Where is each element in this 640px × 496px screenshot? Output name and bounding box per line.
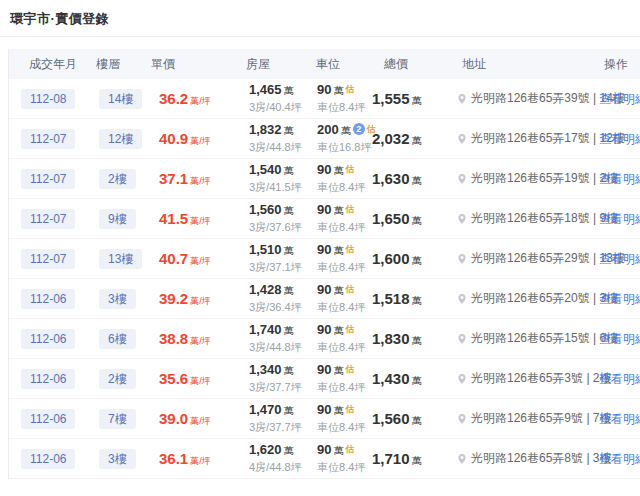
estimate-badge: 估 bbox=[345, 204, 354, 214]
floor-tag: 6樓 bbox=[99, 329, 136, 349]
address-cell: 光明路126巷65弄19號 | 2樓 bbox=[454, 170, 591, 187]
table-row: 112-06 7樓 39.0萬/坪 1,470萬 3房/37.7坪 90萬估 車… bbox=[9, 399, 640, 439]
floor-tag: 2樓 bbox=[99, 169, 136, 189]
house-cell: 1,465萬 3房/40.4坪 bbox=[246, 82, 316, 115]
floor-cell: 12樓 bbox=[89, 129, 151, 149]
map-pin-icon bbox=[456, 133, 468, 145]
date-tag: 112-07 bbox=[21, 209, 75, 229]
floor-cell: 9樓 bbox=[89, 209, 151, 229]
house-price-unit: 萬 bbox=[284, 445, 294, 456]
parking-desc: 車位8.4坪 bbox=[317, 460, 372, 475]
action-cell: 查看明細> bbox=[591, 449, 640, 468]
action-cell: 查看明細> bbox=[591, 409, 640, 428]
action-cell: 查看明細> bbox=[591, 129, 640, 148]
unit-price-cell: 37.1萬/坪 bbox=[151, 170, 246, 188]
table-row: 112-06 2樓 35.6萬/坪 1,340萬 3房/37.7坪 90萬估 車… bbox=[9, 359, 640, 399]
col-header-date: 成交年月 bbox=[9, 56, 89, 73]
floor-tag: 12樓 bbox=[99, 129, 142, 149]
table-row: 112-07 2樓 37.1萬/坪 1,540萬 3房/41.5坪 90萬估 車… bbox=[9, 159, 640, 199]
total-price-unit: 萬 bbox=[412, 95, 422, 106]
house-price-value: 1,428 bbox=[249, 282, 282, 297]
address-cell: 光明路126巷65弄29號 | 13樓 bbox=[454, 250, 591, 267]
action-cell: 查看明細> bbox=[591, 369, 640, 388]
date-cell: 112-06 bbox=[9, 329, 89, 349]
unit-price-cell: 39.0萬/坪 bbox=[151, 410, 246, 428]
parking-price-value: 90 bbox=[317, 442, 331, 457]
unit-price-cell: 41.5萬/坪 bbox=[151, 210, 246, 228]
map-pin-icon bbox=[456, 253, 468, 265]
view-detail-link[interactable]: 查看明細> bbox=[599, 132, 640, 146]
date-tag: 112-06 bbox=[21, 289, 75, 309]
estimate-badge: 估 bbox=[345, 324, 354, 334]
house-cell: 1,540萬 3房/41.5坪 bbox=[246, 162, 316, 195]
house-price-unit: 萬 bbox=[284, 245, 294, 256]
house-desc: 3房/37.7坪 bbox=[249, 380, 316, 395]
date-tag: 112-07 bbox=[21, 169, 75, 189]
unit-price-value: 36.2 bbox=[159, 90, 188, 107]
house-desc: 4房/44.8坪 bbox=[249, 460, 316, 475]
parking-price-value: 90 bbox=[317, 322, 331, 337]
col-header-address: 地址 bbox=[454, 56, 591, 73]
estimate-badge: 估 bbox=[345, 244, 354, 254]
parking-price-value: 90 bbox=[317, 202, 331, 217]
address-cell: 光明路126巷65弄20號 | 3樓 bbox=[454, 290, 591, 307]
house-price-unit: 萬 bbox=[284, 165, 294, 176]
unit-price-value: 39.2 bbox=[159, 290, 188, 307]
view-detail-link[interactable]: 查看明細> bbox=[599, 452, 640, 466]
view-detail-link[interactable]: 查看明細> bbox=[599, 412, 640, 426]
view-detail-link[interactable]: 查看明細> bbox=[599, 332, 640, 346]
house-price-value: 1,465 bbox=[249, 82, 282, 97]
total-price-value: 1,560 bbox=[372, 410, 410, 427]
parking-desc: 車位8.4坪 bbox=[317, 180, 372, 195]
parking-price-value: 90 bbox=[317, 82, 331, 97]
unit-price-value: 35.6 bbox=[159, 370, 188, 387]
date-cell: 112-06 bbox=[9, 409, 89, 429]
parking-price-value: 90 bbox=[317, 402, 331, 417]
address-cell: 光明路126巷65弄9號 | 7樓 bbox=[454, 410, 591, 427]
date-cell: 112-06 bbox=[9, 369, 89, 389]
view-detail-link[interactable]: 查看明細> bbox=[599, 292, 640, 306]
floor-cell: 3樓 bbox=[89, 449, 151, 469]
total-price-unit: 萬 bbox=[412, 175, 422, 186]
house-price-value: 1,540 bbox=[249, 162, 282, 177]
parking-cell: 90萬估 車位8.4坪 bbox=[316, 82, 372, 115]
estimate-badge: 估 bbox=[345, 404, 354, 414]
parking-price-value: 90 bbox=[317, 242, 331, 257]
table-row: 112-07 12樓 40.9萬/坪 1,832萬 3房/44.8坪 200萬2… bbox=[9, 119, 640, 159]
total-price-value: 1,650 bbox=[372, 210, 410, 227]
price-registry-panel: 成交年月 樓層 單價 房屋 車位 總價 地址 操作 112-08 14樓 36.… bbox=[8, 49, 640, 479]
floor-cell: 2樓 bbox=[89, 369, 151, 389]
unit-price-value: 40.7 bbox=[159, 250, 188, 267]
action-cell: 查看明細> bbox=[591, 89, 640, 108]
map-pin-icon bbox=[456, 293, 468, 305]
floor-tag: 14樓 bbox=[99, 89, 142, 109]
parking-cell: 90萬估 車位8.4坪 bbox=[316, 242, 372, 275]
unit-price-suffix: 萬/坪 bbox=[190, 416, 211, 426]
unit-price-value: 36.1 bbox=[159, 450, 188, 467]
col-header-parking: 車位 bbox=[316, 56, 372, 73]
view-detail-link[interactable]: 查看明細> bbox=[599, 92, 640, 106]
view-detail-link[interactable]: 查看明細> bbox=[599, 252, 640, 266]
view-detail-link[interactable]: 查看明細> bbox=[599, 212, 640, 226]
house-desc: 3房/37.7坪 bbox=[249, 420, 316, 435]
date-tag: 112-07 bbox=[21, 129, 75, 149]
house-price-value: 1,832 bbox=[249, 122, 282, 137]
total-cell: 1,518萬 bbox=[372, 290, 454, 308]
unit-price-value: 39.0 bbox=[159, 410, 188, 427]
date-tag: 112-06 bbox=[21, 409, 75, 429]
unit-price-suffix: 萬/坪 bbox=[190, 176, 211, 186]
date-cell: 112-07 bbox=[9, 249, 89, 269]
unit-price-cell: 36.1萬/坪 bbox=[151, 450, 246, 468]
floor-cell: 3樓 bbox=[89, 289, 151, 309]
total-cell: 1,600萬 bbox=[372, 250, 454, 268]
floor-cell: 14樓 bbox=[89, 89, 151, 109]
total-price-value: 1,710 bbox=[372, 450, 410, 467]
house-desc: 3房/44.8坪 bbox=[249, 340, 316, 355]
parking-desc: 車位8.4坪 bbox=[317, 420, 372, 435]
estimate-badge: 估 bbox=[345, 164, 354, 174]
parking-desc: 車位8.4坪 bbox=[317, 220, 372, 235]
date-tag: 112-06 bbox=[21, 329, 75, 349]
view-detail-link[interactable]: 查看明細> bbox=[599, 372, 640, 386]
table-row: 112-06 3樓 39.2萬/坪 1,428萬 3房/36.4坪 90萬估 車… bbox=[9, 279, 640, 319]
view-detail-link[interactable]: 查看明細> bbox=[599, 172, 640, 186]
